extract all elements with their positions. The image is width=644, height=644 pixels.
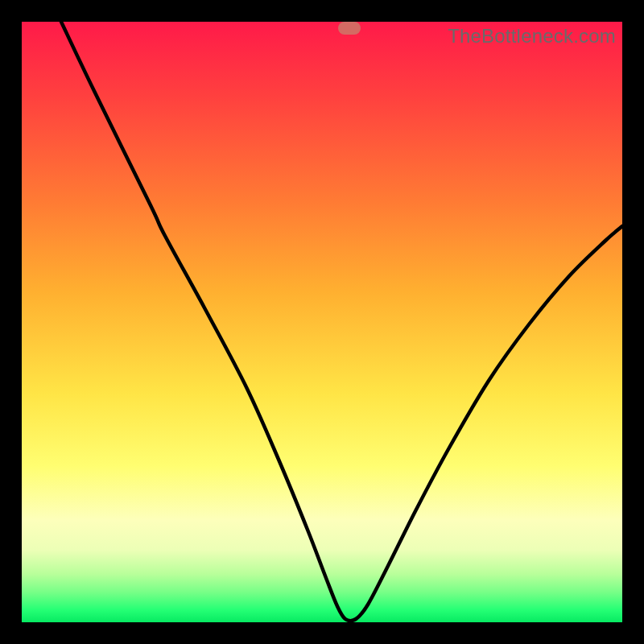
- chart-frame: TheBottleneck.com: [0, 0, 644, 644]
- minimum-marker: [338, 22, 361, 35]
- watermark-text: TheBottleneck.com: [448, 25, 616, 47]
- bottleneck-curve: [22, 22, 622, 622]
- plot-area: TheBottleneck.com: [22, 22, 622, 622]
